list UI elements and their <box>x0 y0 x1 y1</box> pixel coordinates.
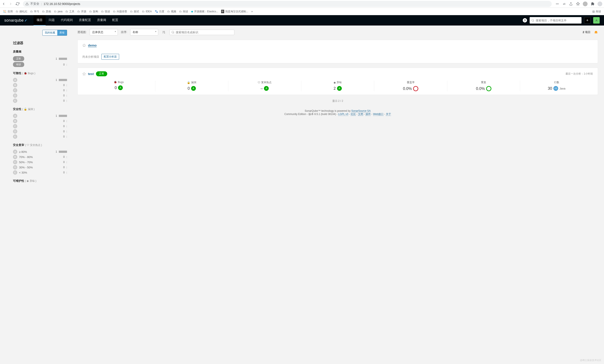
svg-point-3 <box>5 10 6 11</box>
metric-lines[interactable]: 行数 30XSJava <box>520 81 593 91</box>
last-analysis: 最近一次分析：1小时前 <box>566 72 593 76</box>
global-search[interactable] <box>530 17 581 24</box>
facet-row[interactable]: E0| <box>13 134 67 139</box>
url-bar[interactable]: 不安全 | 172.16.10.52:9000/projects <box>23 1 552 7</box>
user-menu[interactable]: A <box>593 17 600 24</box>
facet-row[interactable]: E0| <box>13 98 67 103</box>
bookmark-item[interactable]: 🗀其他 <box>41 9 52 14</box>
sort-direction-icon[interactable] <box>161 30 166 35</box>
facet-row[interactable]: A1 <box>13 113 67 118</box>
svg-marker-13 <box>83 72 85 75</box>
create-button[interactable]: + <box>584 17 591 24</box>
metric-smells[interactable]: ◉异味 2A <box>301 81 374 91</box>
configure-analysis-button[interactable]: 配置分析器 <box>101 54 119 60</box>
toolbar: 透视图: 总体状态 排序: 名称 2 2 项目项目 <box>77 29 598 36</box>
bookmark-item[interactable]: 🗀开源 <box>76 9 87 14</box>
my-favorites-tab[interactable]: 我的收藏 <box>43 30 57 36</box>
bookmark-item[interactable]: 🗀java <box>53 10 63 13</box>
sonarsource-link[interactable]: SonarSource SA <box>351 109 371 113</box>
gate-err-row[interactable]: 错误 0 | <box>13 62 67 67</box>
footer-link[interactable]: LGPL v3 <box>338 113 348 116</box>
svg-point-1 <box>3 10 4 11</box>
project-link[interactable]: test <box>88 72 94 76</box>
avatar-icon[interactable] <box>598 1 602 6</box>
bookmark-item[interactable]: 🗀问题排查 <box>112 9 128 14</box>
facet-row[interactable]: B0| <box>13 83 67 88</box>
facet-row[interactable]: E< 30%0| <box>13 170 67 175</box>
bookmark-item[interactable]: 🗀学习 <box>29 9 40 14</box>
project-link[interactable]: demo <box>88 43 97 47</box>
nav-gates[interactable]: 质量阈 <box>94 15 109 26</box>
gate-facet-header[interactable]: 质量阈 <box>13 50 67 54</box>
bookmark-item[interactable]: 🗀工具 <box>65 9 75 14</box>
profile-dot-icon[interactable] <box>583 1 588 6</box>
bookmark-item[interactable]: 🗀视频 <box>166 9 177 14</box>
translate-icon[interactable]: 🗚 <box>562 2 566 6</box>
svg-point-4 <box>3 11 4 12</box>
facet-row[interactable]: A≥ 80%1 <box>13 149 67 154</box>
bookmark-item[interactable]: 🗀IDEA <box>141 10 153 13</box>
sort-label: 排序: <box>121 30 127 34</box>
extensions-icon[interactable] <box>591 2 594 6</box>
main-content: 透视图: 总体状态 排序: 名称 2 2 项目项目 <box>71 25 604 189</box>
share-icon[interactable] <box>569 2 573 6</box>
bookmark-item[interactable]: 🗀悦读 <box>100 9 111 14</box>
bookmark-item[interactable]: 🗀架构 <box>88 9 99 14</box>
forward-icon[interactable] <box>9 2 13 6</box>
footer-link[interactable]: 关于 <box>386 113 391 116</box>
footer-link[interactable]: 文档 <box>358 113 363 116</box>
facet-row[interactable]: C0| <box>13 88 67 93</box>
all-tab[interactable]: 所有 <box>57 30 67 36</box>
favorite-star-icon[interactable] <box>82 72 86 76</box>
footer-link[interactable]: 社区 <box>351 113 356 116</box>
maintain-facet-header[interactable]: 可维护性 ( ◉ 异味 ) <box>13 179 67 183</box>
footer-link[interactable]: 插件 <box>365 113 371 116</box>
facet-row[interactable]: A1 <box>13 77 67 83</box>
favorite-star-icon[interactable] <box>82 44 86 47</box>
view-select[interactable]: 总体状态 <box>90 29 118 36</box>
facet-row[interactable]: C50% - 70%0| <box>13 160 67 165</box>
metric-coverage[interactable]: 覆盖率 0.0% <box>374 81 447 91</box>
reading-list[interactable]: ▤阅读 <box>591 9 602 14</box>
facet-row[interactable]: D0| <box>13 129 67 134</box>
logo[interactable]: sonarqube <box>4 18 28 23</box>
metric-hotspots[interactable]: 🛡复审热点 –A <box>228 81 301 91</box>
nav-rules[interactable]: 代码规则 <box>58 15 76 26</box>
facet-row[interactable]: D30% - 50%0| <box>13 165 67 170</box>
project-search[interactable] <box>169 30 234 35</box>
nav-projects[interactable]: 项目 <box>34 15 46 26</box>
bookmark-overflow[interactable]: » <box>250 10 253 13</box>
security-facet-header[interactable]: 安全性 ( 🔓 漏洞 ) <box>13 107 67 111</box>
bookmark-item[interactable]: 🗀阅读 <box>178 9 189 14</box>
nav-profiles[interactable]: 质量配置 <box>76 15 94 26</box>
bookmark-item[interactable]: 🐾百度 <box>154 9 165 14</box>
bookmark-item[interactable]: ◆开源搜索：Elastics... <box>190 9 219 14</box>
reliability-facet-header[interactable]: 可靠性 ( 🐞 Bugs ) <box>13 71 67 75</box>
facet-row[interactable]: B70% - 80%0| <box>13 154 67 160</box>
bookmark-item[interactable]: 🗀面试 <box>129 9 140 14</box>
star-icon[interactable] <box>576 2 580 6</box>
metric-vulnerabilities[interactable]: 🔓漏洞 0A <box>155 81 228 91</box>
project-search-input[interactable] <box>176 31 232 34</box>
metric-bugs[interactable]: 🐞Bugs 0A <box>82 81 155 91</box>
facet-row[interactable]: C0| <box>13 124 67 129</box>
not-analyzed-label: 尚未分析项目 <box>82 55 99 59</box>
help-icon[interactable]: ? <box>523 18 527 23</box>
review-facet-header[interactable]: 安全复审 ( 🛡 安全热点 ) <box>13 143 67 147</box>
bookmark-item[interactable]: 投我是淘宝仪式感制... <box>220 9 249 14</box>
gate-ok-row[interactable]: 正常 1 <box>13 56 67 62</box>
reload-icon[interactable] <box>15 2 19 6</box>
facet-row[interactable]: B0| <box>13 118 67 124</box>
nav-admin[interactable]: 配置 <box>109 15 121 26</box>
back-icon[interactable] <box>2 2 6 6</box>
sort-select[interactable]: 名称 <box>130 29 158 36</box>
apps-bookmark[interactable]: 应用 <box>2 9 14 14</box>
home-icon[interactable] <box>594 30 598 34</box>
bookmark-item[interactable]: 🗀婚礼纪 <box>15 9 28 14</box>
facet-row[interactable]: D0| <box>13 93 67 98</box>
global-search-input[interactable] <box>536 19 580 22</box>
footer-link[interactable]: Web接口 <box>373 113 383 116</box>
nav-issues[interactable]: 问题 <box>46 15 58 26</box>
key-icon[interactable]: ⊶ <box>555 2 559 6</box>
metric-duplication[interactable]: 重复 0.0% <box>447 81 520 91</box>
